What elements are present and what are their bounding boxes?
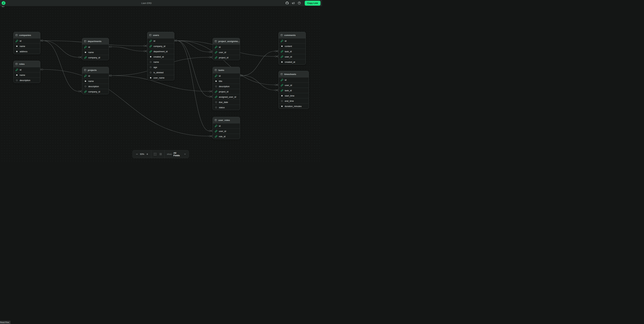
- table-field-row-description[interactable]: description: [82, 84, 109, 89]
- field-name: user_id: [285, 84, 292, 87]
- field-name: is_deleted: [154, 71, 164, 74]
- table-field-row-company_id[interactable]: company_id: [147, 43, 174, 49]
- table-field-row-id[interactable]: id: [279, 38, 306, 43]
- table-field-row-assigned_user_id[interactable]: assigned_user_id: [213, 94, 240, 99]
- table-field-row-task_id[interactable]: task_id: [279, 88, 308, 93]
- table-field-row-id[interactable]: id: [14, 67, 40, 72]
- field-name: user_name: [154, 77, 164, 79]
- table-node-departments[interactable]: departmentsidnamecompany_id: [82, 38, 109, 60]
- fields-filter-select[interactable]: All Fields: [174, 152, 186, 157]
- table-node-users[interactable]: usersidcompany_iddepartment_idcreated_at…: [147, 32, 174, 80]
- table-header[interactable]: user_roles: [213, 117, 240, 123]
- table-field-row-id[interactable]: id: [213, 73, 240, 78]
- table-field-row-project_id[interactable]: project_id: [213, 55, 240, 60]
- chevron-down-icon: [184, 153, 186, 155]
- top-bar: ℒ Liam ERD Copy Link: [0, 0, 322, 6]
- field-name: task_id: [285, 89, 292, 92]
- table-node-roles[interactable]: rolesidnamedescription: [14, 61, 40, 83]
- table-field-row-title[interactable]: title: [213, 78, 240, 84]
- table-field-row-duration_minutes[interactable]: duration_minutes: [279, 103, 308, 109]
- table-field-row-company_id[interactable]: company_id: [82, 55, 109, 60]
- table-header[interactable]: projects: [82, 67, 109, 73]
- table-field-row-name[interactable]: name: [82, 50, 109, 55]
- table-field-row-name[interactable]: name: [14, 72, 40, 78]
- table-field-row-description[interactable]: description: [213, 84, 240, 89]
- table-field-row-start_time[interactable]: start_time: [279, 93, 308, 98]
- table-field-row-role_id[interactable]: role_id: [213, 134, 240, 139]
- table-field-row-status[interactable]: status: [213, 105, 240, 110]
- page-title: Liam ERD: [142, 2, 152, 5]
- table-node-projects[interactable]: projectsidnamedescriptioncompany_id: [82, 67, 109, 94]
- table-field-row-id[interactable]: id: [82, 73, 109, 78]
- table-field-row-task_id[interactable]: task_id: [279, 49, 306, 54]
- table-field-row-id[interactable]: id: [213, 44, 240, 50]
- table-header[interactable]: departments: [82, 38, 109, 44]
- table-field-row-user_id[interactable]: user_id: [279, 82, 308, 88]
- fit-view-button[interactable]: [154, 152, 157, 156]
- table-header[interactable]: companies: [14, 32, 40, 38]
- table-field-row-name[interactable]: name: [82, 78, 109, 84]
- table-header[interactable]: project_assignme...: [213, 38, 240, 44]
- table-field-row-due_date[interactable]: due_date: [213, 99, 240, 105]
- announcements-button[interactable]: [292, 1, 295, 5]
- table-field-row-description[interactable]: description: [14, 78, 40, 83]
- table-field-row-id[interactable]: id: [147, 38, 174, 43]
- table-field-row-company_id[interactable]: company_id: [82, 89, 109, 94]
- table-field-row-age[interactable]: age: [147, 64, 174, 70]
- diagram-canvas[interactable]: [0, 6, 322, 162]
- field-name: project_id: [219, 90, 228, 93]
- table-field-row-user_id[interactable]: user_id: [279, 54, 306, 59]
- table-node-user_roles[interactable]: user_rolesiduser_idrole_id: [212, 117, 240, 139]
- minus-icon: [136, 153, 138, 155]
- table-field-row-project_id[interactable]: project_id: [213, 89, 240, 94]
- table-name: user_roles: [218, 119, 230, 121]
- zoom-out-button[interactable]: [135, 152, 138, 156]
- not-null-diamond-icon: [150, 56, 152, 58]
- table-field-row-id[interactable]: id: [213, 123, 240, 128]
- field-name: id: [88, 46, 90, 48]
- table-field-row-end_time[interactable]: end_time: [279, 98, 308, 103]
- table-node-project_assignments[interactable]: project_assignme...iduser_idproject_id: [212, 38, 240, 60]
- table-header[interactable]: roles: [14, 61, 40, 67]
- table-field-row-created_at[interactable]: created_at: [147, 54, 174, 59]
- table-field-row-id[interactable]: id: [14, 38, 40, 43]
- table-field-row-user_id[interactable]: user_id: [213, 50, 240, 55]
- table-field-row-name[interactable]: name: [14, 43, 40, 49]
- table-field-row-address[interactable]: address: [14, 49, 40, 54]
- table-node-timesheets[interactable]: timesheetsiduser_idtask_idstart_timeend_…: [278, 71, 309, 109]
- table-header[interactable]: tasks: [213, 67, 240, 73]
- foreign-key-icon: [84, 56, 87, 59]
- field-name: content: [285, 45, 292, 48]
- table-header[interactable]: comments: [279, 32, 306, 38]
- table-field-row-id[interactable]: id: [279, 77, 308, 82]
- not-null-diamond-icon: [281, 105, 283, 108]
- field-name: age: [154, 66, 157, 69]
- tidy-up-button[interactable]: [159, 152, 162, 156]
- table-field-row-id[interactable]: id: [82, 44, 109, 50]
- table-field-row-department_id[interactable]: department_id: [147, 49, 174, 54]
- not-null-diamond-icon: [16, 74, 18, 76]
- table-field-row-created_at[interactable]: created_at: [279, 59, 306, 64]
- table-node-companies[interactable]: companiesidnameaddress: [14, 32, 40, 54]
- table-node-comments[interactable]: commentsidcontenttask_iduser_idcreated_a…: [278, 32, 306, 65]
- table-field-row-is_deleted[interactable]: is_deleted: [147, 70, 174, 75]
- github-button[interactable]: [286, 1, 289, 5]
- table-header[interactable]: timesheets: [279, 71, 308, 77]
- table-node-tasks[interactable]: tasksidtitledescriptionproject_idassigne…: [212, 67, 240, 110]
- copy-link-button[interactable]: Copy Link: [305, 1, 320, 6]
- table-name: users: [153, 34, 159, 37]
- foreign-key-icon: [215, 51, 217, 54]
- liam-logo[interactable]: ℒ: [2, 1, 6, 5]
- table-field-row-content[interactable]: content: [279, 43, 306, 49]
- table-field-row-name[interactable]: name: [147, 59, 174, 64]
- foreign-key-icon: [150, 50, 152, 53]
- zoom-in-button[interactable]: [146, 152, 149, 156]
- nullable-diamond-icon: [215, 101, 217, 103]
- table-field-row-user_name[interactable]: user_name: [147, 75, 174, 80]
- table-field-row-user_id[interactable]: user_id: [213, 128, 240, 134]
- help-button[interactable]: [298, 1, 301, 5]
- table-header[interactable]: users: [147, 32, 174, 38]
- field-name: description: [219, 85, 230, 88]
- field-name: name: [88, 51, 94, 54]
- field-name: id: [219, 46, 220, 48]
